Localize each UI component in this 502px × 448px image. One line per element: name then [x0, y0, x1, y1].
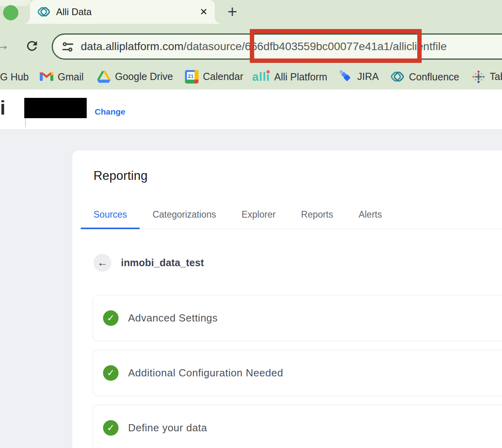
bookmark-label: Gmail — [58, 71, 84, 82]
alli-wordmark-icon: alli — [252, 71, 270, 82]
bookmark-google-drive[interactable]: Google Drive — [97, 71, 173, 83]
reporting-panel: Reporting Sources Categorizations Explor… — [72, 150, 502, 448]
bookmark-label: Tableau — [490, 71, 502, 82]
bookmark-jira[interactable]: JIRA — [339, 70, 379, 84]
bookmarks-bar: G Hub Gmail Google Drive — [0, 64, 502, 90]
alli-data-favicon — [37, 6, 51, 18]
check-circle-icon: ✓ — [103, 420, 119, 436]
tab-explorer[interactable]: Explorer — [229, 203, 288, 229]
back-arrow-icon: ← — [97, 257, 108, 269]
forward-icon[interactable]: → — [0, 36, 10, 54]
step-label: Additional Configuration Needed — [128, 367, 283, 379]
step-define-your-data[interactable]: ✓ Define your data — [93, 405, 502, 448]
check-circle-icon: ✓ — [103, 310, 119, 326]
step-advanced-settings[interactable]: ✓ Advanced Settings — [93, 295, 502, 341]
redacted-account-name — [24, 98, 87, 118]
url-domain: data.alliplatform.com — [81, 40, 183, 53]
calendar-icon: 21 — [185, 70, 198, 84]
bookmark-label: G Hub — [0, 71, 29, 82]
url-highlight-annotation — [250, 29, 422, 63]
browser-chrome: Alli Data ✕ + → data.alliplatform.com/da… — [0, 0, 502, 90]
tab-close-icon[interactable]: ✕ — [200, 6, 208, 18]
back-button[interactable]: ← — [93, 254, 111, 272]
bookmark-confluence[interactable]: Confluence — [390, 70, 459, 83]
confluence-icon — [390, 70, 405, 83]
browser-window: Alli Data ✕ + → data.alliplatform.com/da… — [0, 0, 502, 448]
bookmark-label: Google Drive — [115, 71, 173, 82]
jira-icon — [339, 70, 353, 84]
bookmark-label: Confluence — [409, 71, 459, 82]
browser-toolbar: → data.alliplatform.com/datasource/666df… — [0, 24, 502, 64]
bookmark-label: Calendar — [203, 71, 243, 82]
bookmark-alli-platform[interactable]: alli Alli Platform — [252, 71, 327, 82]
step-additional-configuration[interactable]: ✓ Additional Configuration Needed — [93, 350, 502, 396]
bookmark-calendar[interactable]: 21 Calendar — [185, 70, 243, 84]
reload-icon[interactable] — [25, 39, 39, 53]
new-tab-button[interactable]: + — [222, 2, 243, 22]
reporting-tabs: Sources Categorizations Explorer Reports… — [81, 203, 502, 229]
window-corner — [0, 0, 30, 6]
source-title-row: ← inmobi_data_test — [93, 254, 502, 272]
alli-logo-fragment: i — [0, 97, 6, 119]
site-header: i Change — [0, 90, 502, 130]
tab-strip: Alli Data ✕ + — [0, 0, 502, 24]
bookmark-label: Alli Platform — [274, 71, 327, 82]
source-name: inmobi_data_test — [121, 257, 204, 269]
bookmark-tableau[interactable]: Tableau — [472, 70, 502, 84]
tab-title: Alli Data — [56, 6, 200, 18]
step-label: Define your data — [128, 422, 207, 434]
step-label: Advanced Settings — [128, 312, 218, 324]
setup-steps: ✓ Advanced Settings ✓ Additional Configu… — [93, 295, 502, 448]
page-title: Reporting — [93, 169, 502, 183]
browser-tab-alli-data[interactable]: Alli Data ✕ — [30, 0, 215, 24]
google-drive-icon — [97, 71, 111, 83]
change-link[interactable]: Change — [95, 107, 125, 117]
bookmark-gmail[interactable]: Gmail — [40, 71, 84, 82]
bookmark-label: JIRA — [357, 71, 379, 82]
calendar-date: 21 — [188, 73, 193, 79]
header-divider — [25, 118, 26, 127]
bookmark-g-hub[interactable]: G Hub — [0, 71, 29, 82]
site-settings-icon[interactable] — [62, 41, 74, 53]
tab-sources[interactable]: Sources — [81, 203, 140, 229]
tableau-icon — [472, 70, 485, 84]
tab-categorizations[interactable]: Categorizations — [140, 203, 229, 229]
window-fullscreen-button[interactable] — [3, 5, 18, 20]
check-circle-icon: ✓ — [103, 365, 119, 381]
tab-alerts[interactable]: Alerts — [346, 203, 395, 229]
gmail-icon — [40, 72, 53, 82]
tab-reports[interactable]: Reports — [288, 203, 346, 229]
